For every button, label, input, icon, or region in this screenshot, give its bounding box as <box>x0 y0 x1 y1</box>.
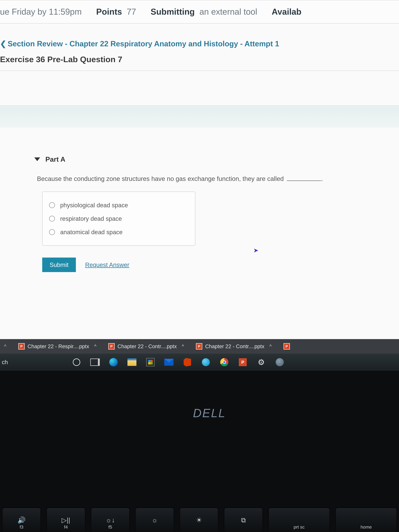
caret-down-icon <box>34 157 40 161</box>
question-text: Because the conducting zone structures h… <box>34 175 367 182</box>
due-field: ue Friday by 11:59pm <box>0 7 82 17</box>
key-display[interactable]: ⧉ <box>224 508 262 532</box>
points-value: 77 <box>127 7 136 17</box>
chrome-icon[interactable] <box>219 357 230 367</box>
points-field: Points 77 <box>96 7 136 17</box>
key-home[interactable]: home <box>336 508 396 532</box>
powerpoint-taskbar-icon[interactable]: P <box>238 357 248 367</box>
option-label: anatomical dead space <box>60 228 123 236</box>
due-value: Friday by 11:59pm <box>12 7 82 17</box>
download-filename: Chapter 22 - Respir....pptx <box>28 343 89 349</box>
option-2[interactable]: respiratory dead space <box>49 212 188 225</box>
settings-icon[interactable]: ⚙ <box>256 357 266 367</box>
task-view-icon[interactable] <box>90 357 100 367</box>
display-switch-icon: ⧉ <box>241 516 246 524</box>
chevron-up-icon[interactable]: ^ <box>182 344 184 349</box>
section-nav-text: Section Review - Chapter 22 Respiratory … <box>8 39 279 48</box>
downloads-bar: ^ P Chapter 22 - Respir....pptx ^ P Chap… <box>0 339 399 354</box>
exercise-title: Exercise 36 Pre-Lab Question 7 <box>0 52 399 71</box>
volume-icon: 🔊 <box>17 516 25 524</box>
answer-options: physiological dead space respiratory dea… <box>42 192 195 246</box>
key-label: prt sc <box>294 525 304 530</box>
due-label-fragment: ue <box>0 7 9 17</box>
office-icon[interactable] <box>182 357 193 367</box>
question-prompt: Because the conducting zone structures h… <box>37 175 284 182</box>
part-a-section: Part A Because the conducting zone struc… <box>0 128 399 272</box>
chevron-left-icon: ❮ <box>0 39 6 48</box>
section-review-link[interactable]: ❮Section Review - Chapter 22 Respiratory… <box>0 24 399 52</box>
assignment-header: ue Friday by 11:59pm Points 77 Submittin… <box>0 0 399 24</box>
key-prtsc[interactable]: prt sc <box>269 508 329 532</box>
key-label: F5 <box>108 525 112 530</box>
windows-taskbar: ch P ⚙ <box>0 354 399 371</box>
download-filename: Chapter 22 - Contr....pptx <box>205 343 264 349</box>
request-answer-link[interactable]: Request Answer <box>85 261 129 268</box>
submit-button[interactable]: Submit <box>42 258 76 272</box>
option-1[interactable]: physiological dead space <box>49 198 188 212</box>
download-filename: Chapter 22 - Contr....pptx <box>118 343 177 349</box>
chevron-up-icon[interactable]: ^ <box>94 344 96 349</box>
edge-icon[interactable] <box>108 357 119 367</box>
mail-icon[interactable] <box>164 357 174 367</box>
key-label: F3 <box>20 525 23 530</box>
brightness-icon: ☼ <box>152 516 158 524</box>
option-label: respiratory dead space <box>60 215 122 222</box>
dell-logo: DELL <box>193 406 226 420</box>
microsoft-store-icon[interactable] <box>145 357 156 367</box>
submitting-label: Submitting <box>151 7 195 17</box>
collapse-downloads-icon[interactable]: ^ <box>4 343 6 349</box>
key-f4[interactable]: ▷|| F4 <box>47 508 85 532</box>
info-banner <box>0 105 399 128</box>
file-explorer-icon[interactable] <box>127 357 137 367</box>
radio-icon[interactable] <box>49 229 55 235</box>
fill-blank-line <box>287 181 321 181</box>
brightness-up-icon: ☀ <box>196 516 202 524</box>
availability-label: Availab <box>272 7 301 17</box>
camera-icon[interactable] <box>274 357 285 367</box>
submitting-field: Submitting an external tool <box>151 7 257 17</box>
key-brightness[interactable]: ☼ <box>136 508 173 532</box>
app-icon[interactable] <box>201 357 211 367</box>
key-brightness-up[interactable]: ☀ <box>180 508 218 532</box>
powerpoint-icon: P <box>18 343 25 349</box>
keyboard-row: 🔊 F3 ▷|| F4 ☼↓ F5 ☼ ☀ ⧉ prt sc home <box>3 502 396 532</box>
chevron-up-icon[interactable]: ^ <box>269 344 272 349</box>
brightness-down-icon: ☼↓ <box>106 516 115 524</box>
part-a-toggle[interactable]: Part A <box>34 155 367 163</box>
key-f3[interactable]: 🔊 F3 <box>3 508 40 532</box>
download-item-2[interactable]: P Chapter 22 - Contr....pptx ^ <box>108 343 184 349</box>
submitting-value: an external tool <box>199 7 257 17</box>
part-label: Part A <box>45 155 65 163</box>
points-label: Points <box>96 7 122 17</box>
option-label: physiological dead space <box>60 202 128 209</box>
powerpoint-icon: P <box>196 343 202 349</box>
action-row: Submit Request Answer <box>42 258 367 272</box>
cortana-icon[interactable] <box>71 357 82 367</box>
download-item-4[interactable]: P <box>284 343 290 349</box>
search-box-fragment[interactable]: ch <box>0 354 9 371</box>
key-label: F4 <box>64 525 68 530</box>
radio-icon[interactable] <box>49 202 55 208</box>
play-pause-icon: ▷|| <box>62 516 70 524</box>
powerpoint-icon: P <box>284 343 290 349</box>
key-label: home <box>361 525 372 530</box>
radio-icon[interactable] <box>49 216 55 222</box>
mouse-cursor-icon: ➤ <box>253 247 259 254</box>
download-item-3[interactable]: P Chapter 22 - Contr....pptx ^ <box>196 343 272 349</box>
powerpoint-icon: P <box>108 343 115 349</box>
key-f5[interactable]: ☼↓ F5 <box>91 508 129 532</box>
option-3[interactable]: anatomical dead space <box>49 225 188 239</box>
download-item-1[interactable]: P Chapter 22 - Respir....pptx ^ <box>18 343 96 349</box>
